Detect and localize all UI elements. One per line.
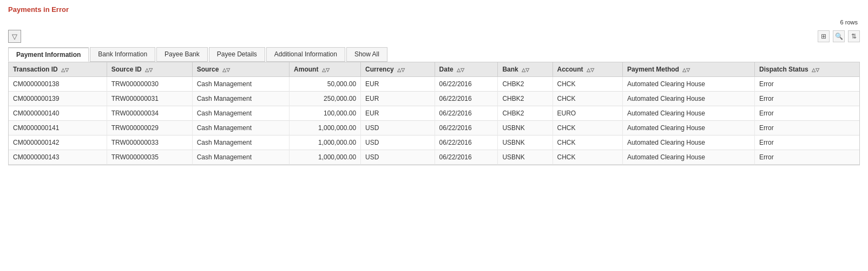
cell-source_id: TRW000000034	[107, 106, 192, 121]
cell-bank: CHBK2	[498, 106, 553, 121]
cell-transaction_id: CM0000000138	[9, 77, 107, 92]
cell-currency: EUR	[361, 106, 435, 121]
cell-source_id: TRW000000029	[107, 121, 192, 136]
payments-table: Transaction ID △▽Source ID △▽Source △▽Am…	[9, 62, 859, 165]
cell-source_id: TRW000000033	[107, 136, 192, 150]
col-header-payment_method[interactable]: Payment Method △▽	[622, 62, 754, 77]
cell-amount: 1,000,000.00	[290, 136, 361, 150]
cell-source_id: TRW000000031	[107, 92, 192, 106]
table-body: CM0000000138TRW000000030Cash Management5…	[9, 77, 859, 165]
tab-payee-details[interactable]: Payee Details	[209, 47, 265, 62]
cell-dispatch_status: Error	[755, 150, 859, 165]
search-button[interactable]: 🔍	[833, 30, 845, 42]
cell-amount: 1,000,000.00	[290, 150, 361, 165]
sort-indicator: △▽	[522, 67, 529, 73]
cell-amount: 250,000.00	[290, 92, 361, 106]
table-row: CM0000000143TRW000000035Cash Management1…	[9, 150, 859, 165]
col-header-amount[interactable]: Amount △▽	[290, 62, 361, 77]
sort-indicator: △▽	[812, 67, 819, 73]
cell-dispatch_status: Error	[755, 106, 859, 121]
cell-source: Cash Management	[192, 136, 289, 150]
tab-payment-information[interactable]: Payment Information	[8, 47, 89, 62]
sort-indicator: △▽	[61, 67, 69, 73]
sort-indicator: △▽	[397, 67, 405, 73]
col-header-bank[interactable]: Bank △▽	[498, 62, 553, 77]
sort-indicator: △▽	[322, 67, 330, 73]
tab-payee-bank[interactable]: Payee Bank	[156, 47, 208, 62]
filter-button[interactable]: ▽	[8, 30, 21, 43]
rows-count: 6 rows	[840, 19, 860, 25]
cell-bank: CHBK2	[498, 77, 553, 92]
cell-bank: USBNK	[498, 150, 553, 165]
cell-transaction_id: CM0000000139	[9, 92, 107, 106]
page-container: Payments in Error 6 rows ▽ ⊞ 🔍 ⇅ Payment…	[0, 0, 868, 171]
cell-bank: USBNK	[498, 121, 553, 136]
cell-dispatch_status: Error	[755, 77, 859, 92]
cell-transaction_id: CM0000000143	[9, 150, 107, 165]
toolbar-right: ⊞ 🔍 ⇅	[818, 30, 860, 42]
cell-amount: 100,000.00	[290, 106, 361, 121]
col-header-account[interactable]: Account △▽	[553, 62, 622, 77]
cell-dispatch_status: Error	[755, 121, 859, 136]
top-row: 6 rows	[8, 18, 860, 28]
cell-date: 06/22/2016	[435, 121, 498, 136]
cell-dispatch_status: Error	[755, 136, 859, 150]
cell-source: Cash Management	[192, 92, 289, 106]
cell-bank: USBNK	[498, 136, 553, 150]
page-title: Payments in Error	[8, 5, 860, 14]
cell-currency: USD	[361, 136, 435, 150]
cell-payment_method: Automated Clearing House	[622, 150, 754, 165]
table-row: CM0000000142TRW000000033Cash Management1…	[9, 136, 859, 150]
table-row: CM0000000140TRW000000034Cash Management1…	[9, 106, 859, 121]
cell-source: Cash Management	[192, 77, 289, 92]
cell-date: 06/22/2016	[435, 92, 498, 106]
export-button[interactable]: ⊞	[818, 30, 830, 42]
cell-date: 06/22/2016	[435, 150, 498, 165]
tab-show-all[interactable]: Show All	[346, 47, 387, 62]
col-header-source[interactable]: Source △▽	[192, 62, 289, 77]
cell-source: Cash Management	[192, 121, 289, 136]
sort-indicator: △▽	[145, 67, 153, 73]
search-icon: 🔍	[835, 33, 843, 40]
tab-bank-information[interactable]: Bank Information	[90, 47, 155, 62]
cell-transaction_id: CM0000000140	[9, 106, 107, 121]
table-header: Transaction ID △▽Source ID △▽Source △▽Am…	[9, 62, 859, 77]
cell-date: 06/22/2016	[435, 77, 498, 92]
sort-indicator: △▽	[587, 67, 594, 73]
col-header-dispatch_status[interactable]: Dispatch Status △▽	[755, 62, 859, 77]
cell-payment_method: Automated Clearing House	[622, 136, 754, 150]
toolbar-left: ▽	[8, 30, 21, 43]
cell-transaction_id: CM0000000142	[9, 136, 107, 150]
sort-indicator: △▽	[222, 67, 230, 73]
cell-payment_method: Automated Clearing House	[622, 106, 754, 121]
sort-indicator: △▽	[682, 67, 690, 73]
col-header-currency[interactable]: Currency △▽	[361, 62, 435, 77]
cell-source_id: TRW000000030	[107, 77, 192, 92]
cell-source: Cash Management	[192, 150, 289, 165]
cell-account: EURO	[553, 106, 622, 121]
cell-source: Cash Management	[192, 106, 289, 121]
tabs-container: Payment InformationBank InformationPayee…	[8, 47, 860, 62]
cell-account: CHCK	[553, 121, 622, 136]
toolbar: ▽ ⊞ 🔍 ⇅	[8, 28, 860, 45]
cell-source_id: TRW000000035	[107, 150, 192, 165]
sort-button[interactable]: ⇅	[848, 30, 860, 42]
filter-icon: ▽	[12, 33, 17, 41]
sort-icon: ⇅	[851, 33, 857, 40]
cell-currency: USD	[361, 150, 435, 165]
table-row: CM0000000141TRW000000029Cash Management1…	[9, 121, 859, 136]
cell-payment_method: Automated Clearing House	[622, 121, 754, 136]
col-header-source_id[interactable]: Source ID △▽	[107, 62, 192, 77]
tab-additional-information[interactable]: Additional Information	[266, 47, 345, 62]
export-icon: ⊞	[821, 33, 826, 40]
cell-account: CHCK	[553, 150, 622, 165]
cell-account: CHCK	[553, 77, 622, 92]
cell-amount: 1,000,000.00	[290, 121, 361, 136]
cell-currency: EUR	[361, 77, 435, 92]
cell-dispatch_status: Error	[755, 92, 859, 106]
table-row: CM0000000139TRW000000031Cash Management2…	[9, 92, 859, 106]
cell-currency: EUR	[361, 92, 435, 106]
col-header-transaction_id[interactable]: Transaction ID △▽	[9, 62, 107, 77]
cell-transaction_id: CM0000000141	[9, 121, 107, 136]
col-header-date[interactable]: Date △▽	[435, 62, 498, 77]
